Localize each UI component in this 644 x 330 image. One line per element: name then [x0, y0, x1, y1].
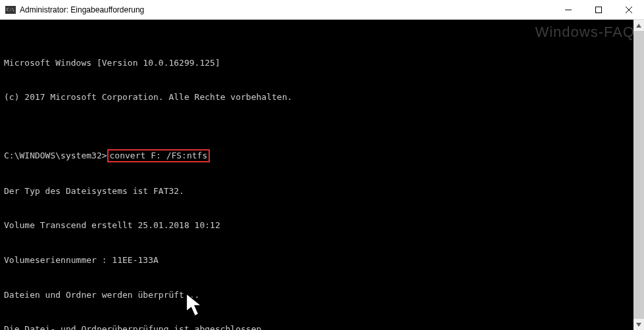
- scroll-up-button[interactable]: [633, 20, 644, 31]
- svg-rect-1: [596, 7, 602, 12]
- highlighted-command: convert F: /FS:ntfs: [107, 149, 211, 162]
- output-line: Volume Transcend erstellt 25.01.2018 10:…: [4, 220, 640, 231]
- output-line: Der Typ des Dateisystems ist FAT32.: [4, 185, 640, 197]
- titlebar-left: Administrator: Eingabeaufforderung: [0, 5, 144, 14]
- scroll-down-button[interactable]: [633, 319, 644, 330]
- svg-marker-4: [636, 24, 641, 28]
- close-button[interactable]: [614, 0, 644, 19]
- prompt-prefix: C:\WINDOWS\system32>: [4, 151, 107, 160]
- output-line: Volumeseriennummer : 11EE-133A: [4, 254, 640, 266]
- window-title: Administrator: Eingabeaufforderung: [20, 5, 144, 14]
- output-line: Die Datei- und Ordnerüberprüfung ist abg…: [4, 323, 640, 330]
- watermark-text: Windows-FAQ: [535, 22, 635, 42]
- vertical-scrollbar[interactable]: [633, 20, 644, 330]
- minimize-button[interactable]: [553, 0, 583, 19]
- scrollbar-track[interactable]: [633, 31, 644, 319]
- scrollbar-thumb[interactable]: [633, 31, 644, 319]
- window-controls: [553, 0, 644, 19]
- output-line: Microsoft Windows [Version 10.0.16299.12…: [4, 57, 640, 69]
- svg-marker-5: [636, 323, 641, 327]
- window-titlebar: Administrator: Eingabeaufforderung: [0, 0, 644, 20]
- output-line: Dateien und Ordner werden überprüft...: [4, 289, 640, 301]
- maximize-button[interactable]: [583, 0, 614, 19]
- prompt-line: C:\WINDOWS\system32>convert F: /FS:ntfs: [4, 149, 640, 162]
- terminal-output[interactable]: Windows-FAQ Microsoft Windows [Version 1…: [0, 20, 644, 330]
- cmd-icon: [5, 6, 16, 14]
- output-line: (c) 2017 Microsoft Corporation. Alle Rec…: [4, 91, 640, 103]
